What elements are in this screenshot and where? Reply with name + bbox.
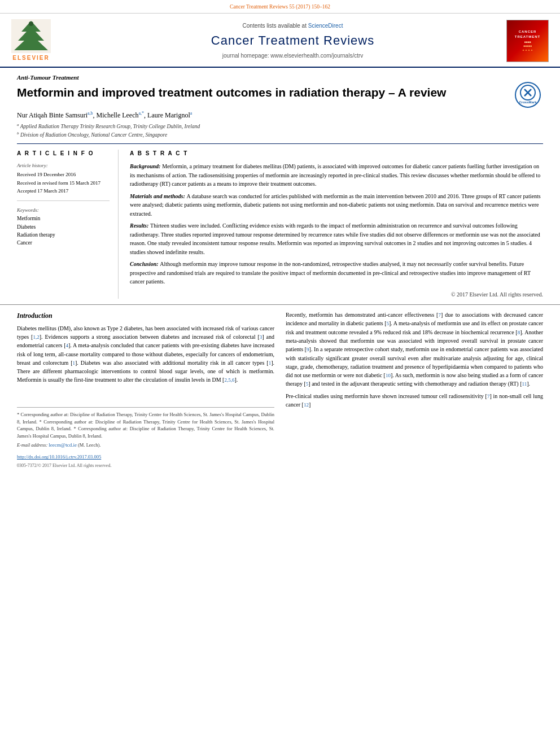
revised-date: Received in revised form 15 March 2017 (17, 180, 110, 187)
journal-header-center: Contents lists available at ScienceDirec… (79, 22, 506, 60)
abstract-conclusion: Conclusion: Although metformin may impro… (130, 260, 543, 286)
elsevier-tree-icon (11, 19, 51, 53)
article-history-label: Article history: (17, 162, 110, 169)
results-label: Results: (130, 222, 148, 229)
right-para-1: Recently, metformin has demonstrated ant… (286, 311, 543, 388)
methods-label: Materials and methods: (130, 193, 185, 199)
article-header-section: Anti-Tumour Treatment Metformin and impr… (0, 68, 560, 304)
article-type-label: Anti-Tumour Treatment (17, 73, 543, 82)
ref-10[interactable]: 10 (386, 373, 391, 378)
crossmark-badge: CrossMark (515, 82, 543, 110)
ref-1b[interactable]: 1 (72, 360, 75, 366)
abstract-label-header: A B S T R A C T (130, 150, 543, 158)
author1-name: Nur Atiqah Binte Samsuri (17, 111, 88, 119)
conclusion-text: Although metformin may improve tumour re… (130, 261, 531, 285)
journal-cover-image: CANCER TREATMENT ■■■■ ■■■■■ ▲▲▲▲ (506, 20, 549, 62)
article-title: Metformin and improved treatment outcome… (17, 85, 504, 100)
abstract-background: Background: Metformin, a primary treatme… (130, 162, 543, 189)
elsevier-wordmark: ELSEVIER (12, 54, 49, 62)
svg-point-2 (29, 21, 33, 26)
contents-available-line: Contents lists available at ScienceDirec… (79, 22, 506, 30)
intro-paragraph-1: Diabetes mellitus (DM), also known as Ty… (17, 324, 274, 385)
ref-7b[interactable]: 7 (487, 394, 490, 399)
journal-citation-bar: Cancer Treatment Reviews 55 (2017) 150–1… (0, 0, 560, 14)
author3-affil: a (190, 111, 193, 116)
keyword-radiation: Radiation therapy (17, 231, 110, 239)
received-date: Received 19 December 2016 (17, 171, 110, 178)
article-info-column: A R T I C L E I N F O Article history: R… (17, 150, 119, 299)
keyword-metformin: Metformin (17, 215, 110, 222)
affiliation-b: b Division of Radiation Oncology, Nation… (17, 131, 543, 139)
authors-line: Nur Atiqah Binte Samsuria,b, Michelle Le… (17, 110, 543, 120)
introduction-heading: Introduction (17, 311, 274, 321)
ref-5[interactable]: 5 (387, 321, 390, 326)
ref-9[interactable]: 9 (307, 347, 309, 352)
author2-name: Michelle Leech (97, 111, 139, 119)
doi-link[interactable]: http://dx.doi.org/10.1016/j.ctrv.2017.03… (17, 454, 101, 460)
keyword-cancer: Cancer (17, 239, 110, 247)
abstract-methods: Materials and methods: A database search… (130, 192, 543, 219)
article-info-label: A R T I C L E I N F O (17, 150, 110, 158)
corresponding-author-note: * Corresponding author at: Discipline of… (17, 411, 274, 440)
ref-1[interactable]: 1,2 (33, 334, 39, 340)
author1-affil: a,b (88, 111, 93, 116)
ref-11[interactable]: 11 (522, 381, 527, 387)
keyword-diabetes: Diabetes (17, 224, 110, 231)
background-text: Metformin, a primary treatment for diabe… (130, 163, 540, 187)
page: Cancer Treatment Reviews 55 (2017) 150–1… (0, 0, 560, 747)
journal-header: ELSEVIER Contents lists available at Sci… (0, 14, 560, 68)
affiliation-a: a Applied Radiation Therapy Trinity Rese… (17, 123, 543, 130)
email-link[interactable]: leecm@tcd.ie (49, 442, 77, 448)
conclusion-label: Conclusion: (130, 261, 159, 267)
crossmark-icon (519, 84, 536, 101)
abstract-column: A B S T R A C T Background: Metformin, a… (130, 150, 543, 299)
keywords-label: Keywords: (17, 207, 110, 214)
abstract-results: Results: Thirteen studies were included.… (130, 221, 543, 256)
affiliations-block: a Applied Radiation Therapy Trinity Rese… (17, 123, 543, 139)
right-para-2: Pre-clinical studies using metformin hav… (286, 392, 543, 409)
accepted-date: Accepted 17 March 2017 (17, 187, 110, 195)
results-text: Thirteen studies were included. Conflict… (130, 222, 540, 255)
ref-5b[interactable]: 5 (306, 381, 309, 387)
main-left-column: Introduction Diabetes mellitus (DM), als… (17, 311, 274, 470)
ref-8[interactable]: 8 (518, 330, 520, 335)
elsevier-logo: ELSEVIER (11, 19, 51, 62)
header-divider (17, 143, 543, 144)
ref-3[interactable]: 3 (260, 334, 262, 340)
elsevier-logo-box: ELSEVIER (11, 19, 79, 62)
crossmark-circle: CrossMark (515, 82, 541, 108)
author3-name: Laure Marignol (147, 111, 190, 119)
main-right-column: Recently, metformin has demonstrated ant… (286, 311, 543, 470)
info-divider (17, 200, 110, 201)
ref-1c[interactable]: 1 (269, 360, 272, 366)
main-content-section: Introduction Diabetes mellitus (DM), als… (0, 304, 560, 475)
methods-text: A database search was conducted for arti… (130, 193, 541, 217)
sciencedirect-link[interactable]: ScienceDirect (308, 23, 343, 29)
author2-affil: a,* (139, 111, 145, 116)
email-note: E-mail address: leecm@tcd.ie (M. Leech). (17, 442, 274, 449)
footer-doi-section: http://dx.doi.org/10.1016/j.ctrv.2017.03… (17, 452, 274, 469)
journal-homepage: journal homepage: www.elsevierhealth.com… (79, 52, 506, 60)
ref-256[interactable]: 2,5,6 (224, 377, 234, 383)
ref-12[interactable]: 12 (304, 402, 309, 408)
journal-title: Cancer Treatment Reviews (79, 32, 506, 50)
copyright-line: © 2017 Elsevier Ltd. All rights reserved… (130, 291, 543, 299)
footnote-section: * Corresponding author at: Discipline of… (17, 407, 274, 449)
citation-text: Cancer Treatment Reviews 55 (2017) 150–1… (230, 4, 330, 10)
ref-7[interactable]: 7 (438, 312, 441, 318)
ref-4[interactable]: 4 (66, 343, 69, 348)
issn-text: 0305-7372/© 2017 Elsevier Ltd. All right… (17, 463, 111, 468)
background-label: Background: (130, 163, 160, 169)
crossmark-text: CrossMark (519, 100, 536, 104)
article-info-abstract-section: A R T I C L E I N F O Article history: R… (17, 150, 543, 299)
